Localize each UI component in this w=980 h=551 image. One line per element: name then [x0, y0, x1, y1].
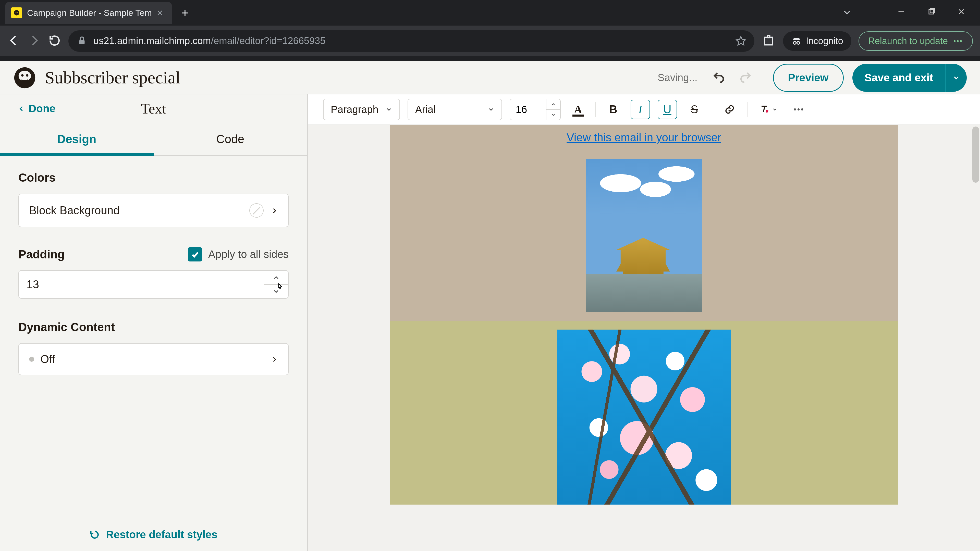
section-padding-header: Padding Apply to all sides — [18, 247, 289, 262]
toolbar-row: us21.admin.mailchimp.com/email/editor?id… — [0, 25, 980, 56]
svg-marker-9 — [736, 37, 745, 45]
nav-back-button[interactable] — [7, 34, 21, 48]
italic-button[interactable]: I — [631, 100, 650, 119]
underline-button[interactable]: U — [658, 100, 677, 119]
padding-spin — [264, 271, 288, 298]
browser-right-icons: Incognito Relaunch to update — [762, 32, 973, 51]
scrollbar-thumb[interactable] — [972, 127, 979, 183]
padding-input[interactable] — [19, 271, 264, 298]
view-in-browser-link[interactable]: View this email in your browser — [566, 131, 721, 144]
apply-all-sides-toggle[interactable]: Apply to all sides — [188, 247, 289, 262]
block-background-label: Block Background — [29, 204, 120, 217]
incognito-label: Incognito — [806, 36, 843, 46]
chevron-down-icon — [386, 106, 392, 113]
svg-point-15 — [954, 40, 956, 42]
apply-all-sides-checkbox[interactable] — [188, 247, 202, 262]
padding-decrement-button[interactable] — [264, 285, 288, 298]
dynamic-content-row[interactable]: Off — [18, 343, 289, 375]
link-icon — [724, 104, 735, 115]
extensions-icon[interactable] — [762, 34, 776, 48]
clear-format-icon — [759, 104, 770, 115]
toolbar-divider — [595, 102, 596, 117]
tab-close-icon[interactable]: × — [157, 8, 163, 18]
svg-point-24 — [801, 108, 803, 110]
section-colors-label: Colors — [18, 171, 289, 184]
dynamic-content-status: Off — [40, 353, 55, 365]
browser-tab[interactable]: Campaign Builder - Sample Tem × — [5, 2, 172, 24]
more-icon — [793, 108, 804, 111]
bold-button[interactable]: B — [604, 100, 623, 119]
url-host: us21.admin.mailchimp.com — [94, 35, 211, 46]
image-cherry-blossom — [557, 330, 731, 505]
svg-point-2 — [17, 12, 18, 13]
url-path: /email/editor?id=12665935 — [211, 35, 325, 46]
relaunch-label: Relaunch to update — [868, 36, 948, 46]
undo-button[interactable] — [712, 71, 725, 85]
editor-pane: Paragraph Arial A — [308, 94, 980, 551]
preview-button[interactable]: Preview — [773, 64, 844, 92]
browser-tab-title: Campaign Builder - Sample Tem — [27, 8, 152, 18]
bookmark-star-icon[interactable] — [735, 35, 746, 47]
strikethrough-button[interactable]: S — [685, 100, 704, 119]
padding-stepper — [18, 270, 289, 299]
image-block-1[interactable] — [390, 152, 898, 321]
relaunch-to-update-button[interactable]: Relaunch to update — [859, 32, 973, 51]
canvas-scrollbar[interactable] — [971, 125, 980, 551]
svg-rect-8 — [80, 40, 85, 44]
save-dropdown-button[interactable] — [945, 64, 967, 92]
restore-default-styles-button[interactable]: Restore default styles — [0, 518, 307, 551]
save-and-exit-split-button: Save and exit — [853, 64, 967, 92]
save-and-exit-button[interactable]: Save and exit — [853, 64, 945, 92]
padding-increment-button[interactable] — [264, 271, 288, 285]
address-bar[interactable]: us21.admin.mailchimp.com/email/editor?id… — [68, 30, 754, 52]
tab-strip: Campaign Builder - Sample Tem × + — [0, 0, 980, 25]
nav-reload-button[interactable] — [48, 34, 61, 48]
redo-button[interactable] — [739, 71, 752, 85]
font-size-stepper — [510, 99, 561, 120]
status-dot-icon — [29, 357, 34, 362]
tab-design[interactable]: Design — [0, 123, 154, 155]
app-body: Done Text Design Code Colors Block Backg… — [0, 94, 980, 551]
mailchimp-logo-icon[interactable] — [13, 66, 36, 89]
toolbar-divider — [712, 102, 712, 117]
saving-status: Saving... — [658, 72, 697, 83]
window-minimize-button[interactable] — [887, 2, 915, 22]
font-size-decrement-button[interactable] — [546, 110, 560, 120]
email-canvas[interactable]: View this email in your browser — [308, 125, 980, 551]
text-toolbar: Paragraph Arial A — [308, 94, 980, 125]
done-button[interactable]: Done — [0, 103, 56, 115]
svg-point-19 — [19, 70, 31, 81]
incognito-indicator[interactable]: Incognito — [783, 32, 851, 51]
nav-forward-button[interactable] — [27, 34, 41, 48]
window-maximize-button[interactable] — [917, 2, 945, 22]
window-close-button[interactable] — [947, 2, 975, 22]
svg-rect-11 — [767, 35, 770, 38]
app-header: Subbscriber special Saving... Preview Sa… — [0, 61, 980, 94]
svg-point-23 — [797, 108, 800, 110]
font-family-select[interactable]: Arial — [407, 99, 502, 120]
clear-formatting-button[interactable] — [755, 100, 781, 119]
tab-code[interactable]: Code — [154, 123, 307, 155]
apply-all-sides-label: Apply to all sides — [208, 248, 289, 260]
window-controls — [887, 2, 975, 22]
paragraph-style-label: Paragraph — [331, 104, 379, 115]
more-options-button[interactable] — [789, 100, 808, 119]
paragraph-style-select[interactable]: Paragraph — [323, 99, 400, 120]
favicon-mailchimp — [11, 7, 22, 18]
image-block-2[interactable] — [390, 321, 898, 505]
svg-point-13 — [797, 41, 800, 44]
section-dynamic-label: Dynamic Content — [18, 320, 289, 334]
link-button[interactable] — [720, 100, 739, 119]
new-tab-button[interactable]: + — [174, 5, 196, 20]
font-family-label: Arial — [415, 104, 436, 115]
font-size-input[interactable] — [510, 99, 546, 120]
view-in-browser-block: View this email in your browser — [390, 125, 898, 152]
tab-overflow-icon[interactable] — [842, 7, 853, 19]
chevron-down-icon — [488, 106, 494, 113]
campaign-title[interactable]: Subbscriber special — [45, 68, 180, 88]
block-background-row[interactable]: Block Background — [18, 194, 289, 227]
font-size-increment-button[interactable] — [546, 99, 560, 110]
font-color-button[interactable]: A — [568, 100, 588, 119]
toolbar-divider — [747, 102, 748, 117]
lock-icon — [76, 35, 87, 47]
